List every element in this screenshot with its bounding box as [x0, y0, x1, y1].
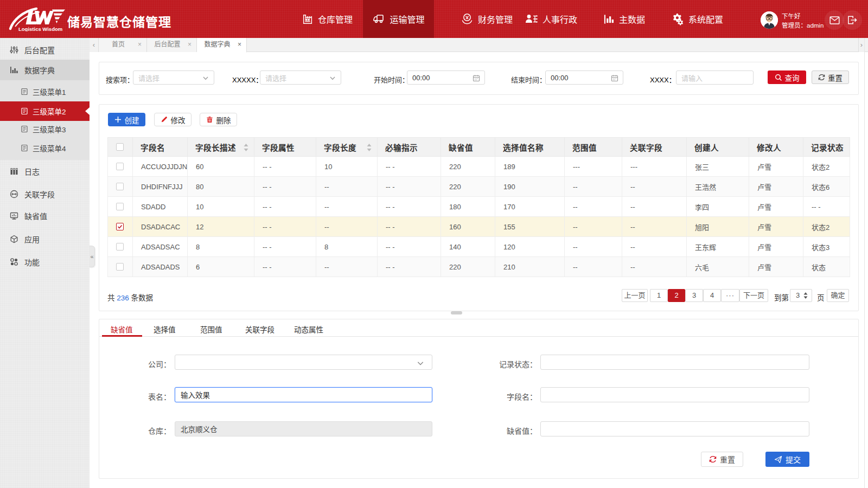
svg-text:Logistics Wisdom: Logistics Wisdom: [18, 26, 62, 31]
